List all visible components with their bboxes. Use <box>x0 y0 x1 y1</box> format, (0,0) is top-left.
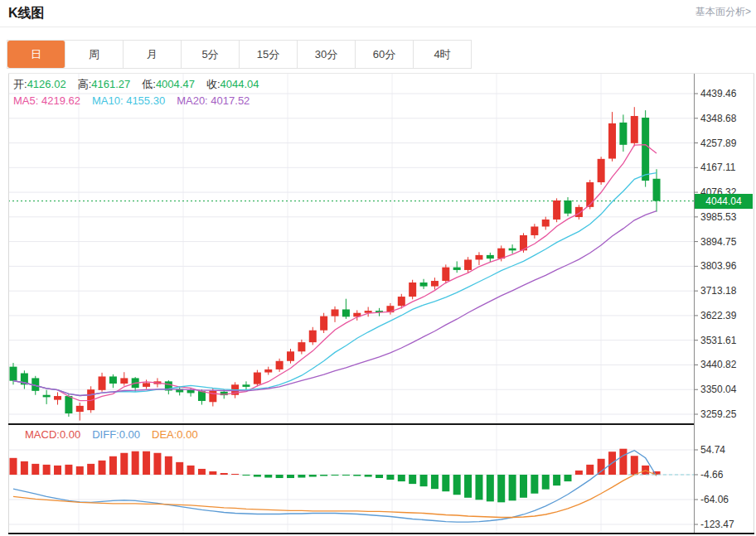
ohlc-legend: 开:4126.02高:4161.27低:4004.47收:4044.04 <box>13 77 271 92</box>
macd-value: 0.00 <box>60 428 80 441</box>
ma20-label: MA20: <box>177 94 211 107</box>
ma10-label: MA10: <box>92 94 126 107</box>
candlestick-chart[interactable]: 4439.464348.684257.894167.114076.323985.… <box>0 73 756 536</box>
svg-text:4167.11: 4167.11 <box>700 162 736 173</box>
ma5-label: MA5: <box>13 94 41 107</box>
svg-text:3440.82: 3440.82 <box>700 359 737 370</box>
diff-value: 0.00 <box>119 428 140 441</box>
open-value: 4126.02 <box>27 78 66 90</box>
svg-text:3350.04: 3350.04 <box>700 384 737 395</box>
close-label: 收: <box>206 78 220 90</box>
dea-label: DEA: <box>152 428 177 441</box>
interval-tab-strip: 日 周 月 5分 15分 30分 60分 4时 <box>7 40 472 69</box>
tab-day[interactable]: 日 <box>7 41 65 68</box>
high-label: 高: <box>78 78 92 90</box>
open-label: 开: <box>13 78 27 90</box>
svg-text:-64.06: -64.06 <box>700 494 729 505</box>
macd-label: MACD: <box>25 428 60 441</box>
tab-30min[interactable]: 30分 <box>298 41 356 68</box>
svg-text:3713.18: 3713.18 <box>700 285 737 297</box>
header-divider <box>0 27 756 27</box>
svg-text:3894.75: 3894.75 <box>700 236 737 248</box>
svg-text:4257.89: 4257.89 <box>700 138 737 149</box>
svg-text:3531.61: 3531.61 <box>700 335 737 346</box>
svg-text:3985.53: 3985.53 <box>700 211 737 223</box>
svg-text:4348.68: 4348.68 <box>700 113 737 124</box>
diff-label: DIFF: <box>92 428 119 441</box>
macd-legend: MACD:0.00DIFF:0.00DEA:0.00 <box>25 428 210 441</box>
svg-text:3259.25: 3259.25 <box>700 408 737 420</box>
svg-text:-123.47: -123.47 <box>700 519 734 530</box>
dea-value: 0.00 <box>177 428 197 441</box>
svg-text:54.74: 54.74 <box>700 444 725 456</box>
tab-week[interactable]: 周 <box>65 41 124 68</box>
tab-month[interactable]: 月 <box>124 41 182 68</box>
page-title: K线图 <box>8 5 45 22</box>
tab-15min[interactable]: 15分 <box>240 41 298 68</box>
close-value: 4044.04 <box>220 78 259 90</box>
fundamental-analysis-link[interactable]: 基本面分析> <box>695 5 751 19</box>
current-price-badge: 4044.04 <box>695 194 753 209</box>
svg-text:3622.39: 3622.39 <box>700 310 737 321</box>
tab-60min[interactable]: 60分 <box>356 41 414 68</box>
low-label: 低: <box>142 78 156 90</box>
svg-text:3803.96: 3803.96 <box>700 260 737 272</box>
tab-4hour[interactable]: 4时 <box>414 41 471 68</box>
ma10-value: 4155.30 <box>126 94 165 107</box>
ma20-value: 4017.52 <box>211 94 250 107</box>
kline-page: K线图 基本面分析> 日 周 月 5分 15分 30分 60分 4时 4439.… <box>0 0 756 536</box>
ma5-value: 4219.62 <box>41 94 80 107</box>
low-value: 4004.47 <box>156 78 195 90</box>
svg-text:-4.66: -4.66 <box>700 469 724 480</box>
svg-text:4439.46: 4439.46 <box>700 88 737 99</box>
ma-legend: MA5: 4219.62MA10: 4155.30MA20: 4017.52 <box>13 94 261 107</box>
high-value: 4161.27 <box>91 78 130 90</box>
tab-5min[interactable]: 5分 <box>182 41 240 68</box>
